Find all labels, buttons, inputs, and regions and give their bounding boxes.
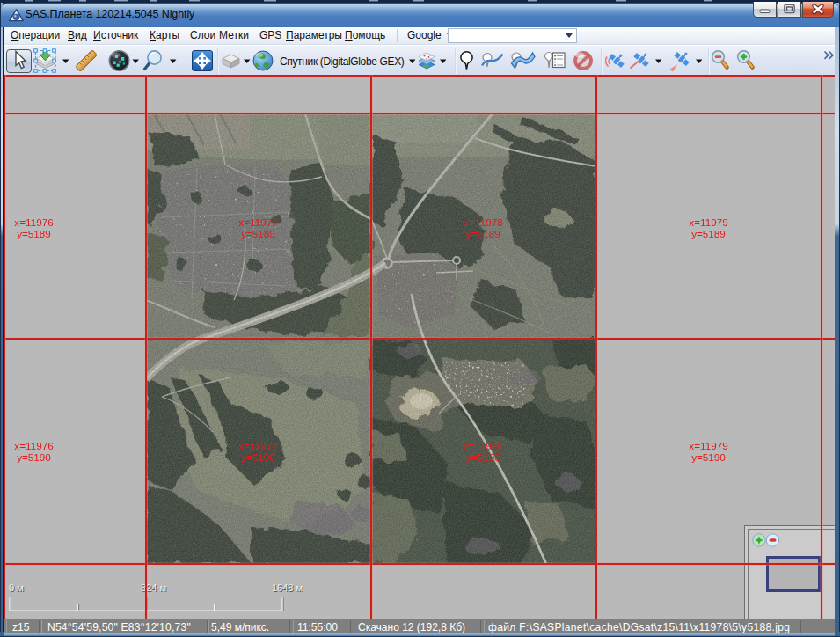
svg-text:Спутник (DigitalGlobe GEX): Спутник (DigitalGlobe GEX) (280, 55, 405, 68)
svg-text:0 м: 0 м (9, 582, 24, 593)
svg-text:1648 м: 1648 м (272, 582, 303, 593)
